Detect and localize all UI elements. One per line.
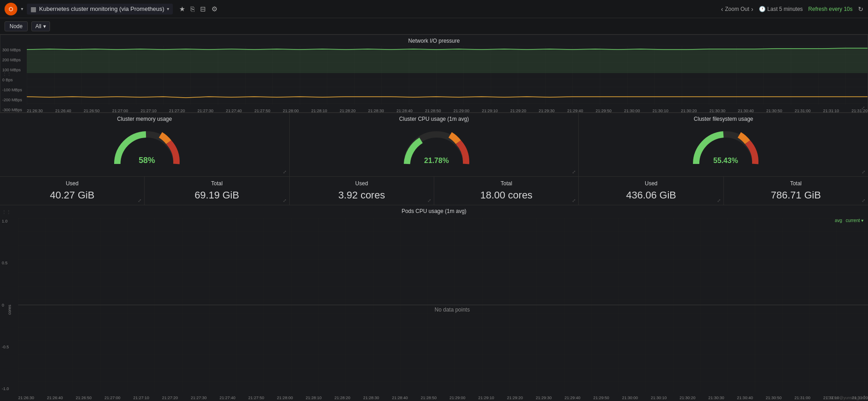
cpu-gauge-container: 21.78% bbox=[400, 128, 468, 168]
nav-right-controls: ‹ Zoom Out › 🕐 Last 5 minutes Refresh ev… bbox=[721, 5, 863, 13]
cpu-used-expand-icon[interactable]: ⤢ bbox=[427, 198, 431, 203]
svg-text:21.78%: 21.78% bbox=[424, 157, 448, 164]
network-y-n300: -300 MBps bbox=[2, 108, 25, 112]
pods-expand-icon[interactable]: ⤢ bbox=[862, 394, 865, 399]
fs-used-label: Used bbox=[645, 180, 657, 187]
px-2: 21:26:50 bbox=[75, 396, 91, 400]
fs-used-expand-icon[interactable]: ⤢ bbox=[717, 198, 721, 203]
network-panel-title: Network I/O pressure bbox=[0, 35, 868, 46]
node-filter-button[interactable]: Node bbox=[5, 21, 28, 31]
memory-total-expand-icon[interactable]: ⤢ bbox=[283, 198, 286, 203]
nav-menu-arrow[interactable]: ▾ bbox=[21, 6, 23, 11]
px-22: 21:30:10 bbox=[651, 396, 667, 400]
nx-5: 21:27:20 bbox=[169, 109, 185, 113]
top-nav: ⬡ ▾ ▦ Kubernetes cluster monitoring (via… bbox=[0, 0, 868, 18]
nx-25: 21:30:40 bbox=[738, 109, 754, 113]
fs-gauge-container: 55.43% bbox=[689, 128, 758, 168]
dashboard-grid-icon: ▦ bbox=[30, 5, 36, 13]
network-io-panel: ⋮⋮ Network I/O pressure 300 MBps 200 MBp… bbox=[0, 35, 868, 113]
nx-20: 21:29:50 bbox=[596, 109, 612, 113]
cpu-gauge-expand-icon[interactable]: ⤢ bbox=[572, 169, 576, 174]
dashboard-title: Kubernetes cluster monitoring (via Prome… bbox=[39, 5, 164, 12]
all-filter-arrow: ▾ bbox=[43, 23, 46, 30]
fs-total-value: 786.71 GiB bbox=[771, 189, 821, 201]
refresh-interval-label[interactable]: Refresh every 10s bbox=[808, 6, 853, 12]
nav-action-icons: ★ ⎘ ⊟ ⚙ bbox=[179, 5, 217, 13]
memory-gauge-expand-icon[interactable]: ⤢ bbox=[283, 169, 286, 174]
cpu-used-label: Used bbox=[355, 180, 368, 187]
network-y-300: 300 MBps bbox=[2, 48, 25, 52]
nx-26: 21:30:50 bbox=[766, 109, 782, 113]
px-17: 21:29:20 bbox=[507, 396, 523, 400]
share-icon[interactable]: ⎘ bbox=[191, 5, 195, 13]
cpu-total-expand-icon[interactable]: ⤢ bbox=[572, 198, 576, 203]
memory-used-expand-icon[interactable]: ⤢ bbox=[138, 198, 141, 203]
memory-used-value: 40.27 GiB bbox=[50, 189, 95, 201]
fs-gauge-expand-icon[interactable]: ⤢ bbox=[862, 169, 865, 174]
nx-14: 21:28:50 bbox=[425, 109, 441, 113]
px-21: 21:30:00 bbox=[622, 396, 638, 400]
svg-text:58%: 58% bbox=[139, 156, 155, 165]
py-5: -1.0 bbox=[2, 386, 16, 391]
network-y-labels: 300 MBps 200 MBps 100 MBps 0 Bps -100 MB… bbox=[0, 46, 27, 114]
save-icon[interactable]: ⊟ bbox=[200, 5, 206, 13]
pods-y-axis-label: cores bbox=[7, 304, 12, 314]
clock-icon: 🕐 bbox=[759, 6, 766, 12]
pods-panel-title: Pods CPU usage (1m avg) bbox=[0, 205, 868, 216]
px-23: 21:30:20 bbox=[679, 396, 695, 400]
px-25: 21:30:40 bbox=[737, 396, 753, 400]
zoom-forward-icon[interactable]: › bbox=[751, 5, 753, 13]
nx-16: 21:29:10 bbox=[482, 109, 498, 113]
memory-gauge-svg: 58% bbox=[110, 128, 183, 168]
network-y-0: 0 Bps bbox=[2, 78, 25, 82]
cpu-used-value: 3.92 cores bbox=[338, 189, 385, 201]
time-range-selector[interactable]: 🕐 Last 5 minutes bbox=[759, 6, 803, 12]
svg-text:55.43%: 55.43% bbox=[713, 157, 738, 164]
px-3: 21:27:00 bbox=[105, 396, 120, 400]
dashboard-title-bar[interactable]: ▦ Kubernetes cluster monitoring (via Pro… bbox=[27, 4, 173, 15]
px-16: 21:29:10 bbox=[478, 396, 494, 400]
refresh-icon[interactable]: ↻ bbox=[858, 5, 863, 13]
nx-18: 21:29:30 bbox=[539, 109, 555, 113]
settings-icon[interactable]: ⚙ bbox=[211, 5, 217, 13]
network-chart: 300 MBps 200 MBps 100 MBps 0 Bps -100 MB… bbox=[0, 46, 868, 114]
px-20: 21:29:50 bbox=[593, 396, 609, 400]
pods-chart-svg bbox=[18, 218, 868, 392]
all-filter-dropdown[interactable]: All ▾ bbox=[31, 21, 50, 31]
memory-gauge-panel: Cluster memory usage 58% ⤢ bbox=[0, 113, 290, 176]
pods-panel-drag-handle[interactable]: ⋮⋮ bbox=[2, 209, 11, 214]
grafana-logo[interactable]: ⬡ bbox=[5, 3, 17, 15]
star-icon[interactable]: ★ bbox=[179, 5, 185, 13]
nx-0: 21:26:30 bbox=[27, 109, 43, 113]
fs-gauge-svg: 55.43% bbox=[689, 128, 762, 168]
memory-total-label: Total bbox=[211, 180, 222, 187]
nx-24: 21:30:30 bbox=[709, 109, 725, 113]
px-0: 21:26:30 bbox=[18, 396, 34, 400]
fs-gauge-title: Cluster filesystem usage bbox=[694, 113, 753, 124]
nx-9: 21:28:00 bbox=[283, 109, 299, 113]
zoom-out-label[interactable]: Zoom Out bbox=[725, 6, 749, 12]
fs-used-cell: Used 436.06 GiB ⤢ bbox=[579, 177, 723, 205]
network-expand-icon[interactable]: ⤢ bbox=[861, 105, 865, 110]
network-y-100: 100 MBps bbox=[2, 68, 25, 72]
nx-27: 21:31:00 bbox=[795, 109, 811, 113]
py-2: 0.5 bbox=[2, 261, 16, 265]
network-y-n200: -200 MBps bbox=[2, 98, 25, 102]
main-content: ⋮⋮ Network I/O pressure 300 MBps 200 MBp… bbox=[0, 35, 868, 401]
nx-3: 21:27:00 bbox=[112, 109, 128, 113]
px-10: 21:28:10 bbox=[306, 396, 321, 400]
cpu-gauge-panel: Cluster CPU usage (1m avg) 21.78% ⤢ bbox=[290, 113, 579, 176]
nx-21: 21:30:00 bbox=[624, 109, 640, 113]
cpu-gauge-title: Cluster CPU usage (1m avg) bbox=[399, 113, 469, 124]
px-1: 21:26:40 bbox=[47, 396, 63, 400]
network-y-n100: -100 MBps bbox=[2, 88, 25, 92]
px-18: 21:29:30 bbox=[536, 396, 552, 400]
nx-4: 21:27:10 bbox=[140, 109, 156, 113]
px-19: 21:29:40 bbox=[564, 396, 580, 400]
nx-6: 21:27:30 bbox=[197, 109, 213, 113]
memory-total-cell: Total 69.19 GiB ⤢ bbox=[145, 177, 289, 205]
fs-total-expand-icon[interactable]: ⤢ bbox=[862, 198, 865, 203]
zoom-back-icon[interactable]: ‹ bbox=[721, 5, 723, 13]
dashboard-dropdown-icon[interactable]: ▾ bbox=[167, 6, 169, 11]
svg-text:⬡: ⬡ bbox=[9, 6, 13, 12]
